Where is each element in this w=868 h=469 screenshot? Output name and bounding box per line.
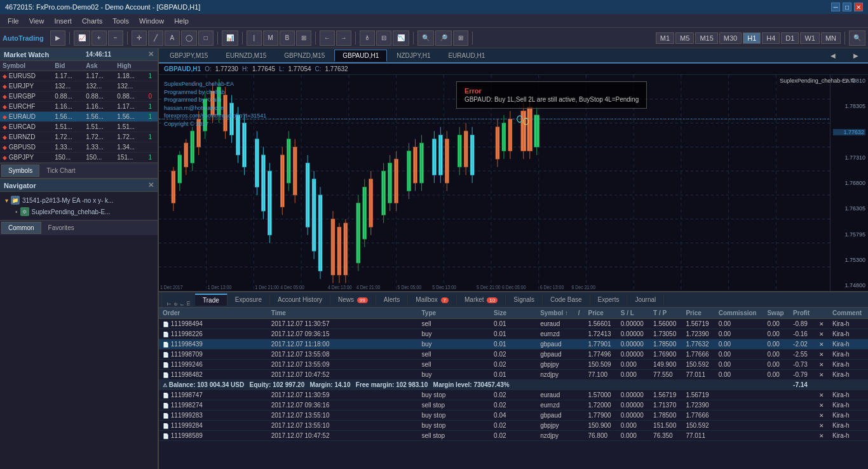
zoom-fit-btn[interactable]: 🔍: [417, 31, 434, 46]
zoom-in-btn[interactable]: +: [92, 31, 107, 46]
menu-help[interactable]: Help: [169, 16, 194, 26]
mw-tab-symbols[interactable]: Symbols: [1, 165, 39, 177]
mw-col-symbol[interactable]: Symbol: [0, 61, 52, 71]
trade-close-btn[interactable]: ✕: [815, 360, 829, 370]
minimize-button[interactable]: ─: [831, 3, 840, 11]
chart-tab-gbpnzd[interactable]: GBPNZD,M15: [276, 50, 333, 61]
nav-tab-common[interactable]: Common: [1, 222, 41, 234]
tf-m5[interactable]: M5: [675, 32, 694, 44]
col-symbol[interactable]: Symbol ↑: [536, 308, 574, 319]
pending-close-btn[interactable]: ✕: [815, 390, 829, 400]
col-size[interactable]: Size: [490, 308, 536, 319]
pending-order-row[interactable]: 📄 111998747 2017.12.07 11:30:59 buy stop…: [159, 390, 868, 400]
chart-tab-eurnzd[interactable]: EURNZD,M15: [217, 50, 275, 61]
mw-col-bid[interactable]: Bid: [52, 61, 83, 71]
market-watch-row[interactable]: ◆ GBPJPY 150... 150... 151... 1: [0, 153, 158, 163]
arrow-right-btn[interactable]: →: [336, 31, 351, 46]
market-watch-row[interactable]: ◆ EURAUD 1.56... 1.56... 1.56... 1: [0, 112, 158, 122]
tf-m15[interactable]: M15: [695, 32, 717, 44]
col-sl[interactable]: S / L: [617, 308, 649, 319]
ma-btn[interactable]: M: [263, 31, 278, 46]
period-sep-btn[interactable]: |: [247, 31, 262, 46]
trade-close-btn[interactable]: ✕: [815, 370, 829, 380]
col-comment-label[interactable]: Comment: [829, 308, 868, 319]
col-profit[interactable]: Profit: [789, 308, 815, 319]
tf-m1[interactable]: M1: [656, 32, 674, 44]
pending-close-btn[interactable]: ✕: [815, 431, 829, 441]
market-watch-row[interactable]: ◆ EURGBP 0.88... 0.88... 0.88... 0: [0, 92, 158, 102]
tf-m30[interactable]: M30: [719, 32, 742, 44]
trade-row[interactable]: 📄 111998439 2017.12.07 11:18:00 buy 0.01…: [159, 339, 868, 350]
mw-col-ask[interactable]: Ask: [83, 61, 114, 71]
trade-close-btn[interactable]: ✕: [815, 329, 829, 339]
chart-scroll-right[interactable]: ▶: [845, 50, 867, 61]
bottom-tab-journal[interactable]: Journal: [627, 294, 664, 305]
grid-btn[interactable]: ⊞: [453, 31, 468, 46]
autotrade-icon[interactable]: ▶: [50, 31, 65, 46]
trade-row[interactable]: 📄 111998482 2017.12.07 10:47:52 buy 0.01…: [159, 370, 868, 380]
mw-col-high[interactable]: High: [114, 61, 146, 71]
menu-file[interactable]: File: [3, 16, 24, 26]
bottom-tab-trade[interactable]: Trade: [195, 294, 227, 306]
col-commission[interactable]: Commission: [715, 308, 764, 319]
bottom-tab-signals[interactable]: Signals: [506, 294, 543, 305]
bottom-tab-mailbox[interactable]: Mailbox 7: [408, 294, 457, 305]
trade-row[interactable]: 📄 111998709 2017.12.07 13:55:08 sell 0.0…: [159, 350, 868, 360]
market-watch-row[interactable]: ◆ EURNZD 1.72... 1.72... 1.72... 1: [0, 132, 158, 142]
chart-tab-nzdjpy[interactable]: NZDJPY,H1: [388, 50, 438, 61]
bottom-tab-market[interactable]: Market 10: [457, 294, 506, 305]
market-watch-row[interactable]: ◆ GBPUSD 1.33... 1.33... 1.34...: [0, 142, 158, 153]
rect-btn[interactable]: □: [198, 31, 214, 46]
col-tp[interactable]: T / P: [649, 308, 682, 319]
chart-canvas[interactable]: SuplexPending_chehab-EA Programmed by ch…: [159, 75, 868, 291]
col-time[interactable]: Time: [268, 308, 418, 319]
menu-insert[interactable]: Insert: [49, 16, 77, 26]
menu-tools[interactable]: Tools: [107, 16, 134, 26]
tf-h4[interactable]: H4: [762, 32, 780, 44]
trade-close-btn[interactable]: ✕: [815, 339, 829, 350]
close-button[interactable]: ✕: [854, 3, 863, 11]
menu-charts[interactable]: Charts: [77, 16, 107, 26]
nav-item-folder[interactable]: ▾ 📁 31541-p2#13-My EA -no x y- k...: [3, 194, 155, 206]
pending-order-row[interactable]: 📄 111999283 2017.12.07 13:55:10 buy stop…: [159, 411, 868, 421]
col-type[interactable]: Type: [417, 308, 490, 319]
template-btn[interactable]: ⊞: [296, 31, 311, 46]
bottom-tab-exposure[interactable]: Exposure: [227, 294, 270, 305]
col-price[interactable]: Price: [584, 308, 616, 319]
bottom-tab-terminal[interactable]: Term: [161, 292, 195, 308]
chart-tab-gbpjpy[interactable]: GBPJPY,M15: [161, 50, 216, 61]
bottom-tab-experts[interactable]: Experts: [590, 294, 628, 305]
pending-order-row[interactable]: 📄 111998274 2017.12.07 09:36:16 sell sto…: [159, 400, 868, 411]
pending-order-row[interactable]: 📄 111999284 2017.12.07 13:55:10 buy stop…: [159, 421, 868, 431]
crosshair-btn[interactable]: ✛: [132, 31, 147, 46]
linechart-btn[interactable]: 📉: [393, 31, 409, 46]
trade-close-btn[interactable]: ✕: [815, 350, 829, 360]
navigator-close-icon[interactable]: ✕: [148, 181, 154, 189]
bottom-tab-news[interactable]: News 99: [330, 294, 376, 305]
chart-scroll-left[interactable]: ◀: [822, 50, 844, 61]
candlestick-btn[interactable]: 🕯: [360, 31, 375, 46]
market-watch-row[interactable]: ◆ EURJPY 132... 132... 132...: [0, 81, 158, 92]
col-price-cur[interactable]: Price: [682, 308, 714, 319]
new-chart-btn[interactable]: 📈: [74, 31, 90, 46]
pending-close-btn[interactable]: ✕: [815, 421, 829, 431]
market-watch-close-icon[interactable]: ✕: [148, 50, 154, 58]
bottom-tab-codebase[interactable]: Code Base: [543, 294, 590, 305]
bar-btn[interactable]: ⊟: [376, 31, 391, 46]
trade-row[interactable]: 📄 111999246 2017.12.07 13:55:09 sell 0.0…: [159, 360, 868, 370]
nav-item-ea[interactable]: • ⚙ SuplexPending_chehab-E...: [13, 206, 155, 217]
menu-window[interactable]: Window: [134, 16, 169, 26]
nav-tab-favorites[interactable]: Favorites: [41, 222, 81, 234]
market-watch-row[interactable]: ◆ EURCHF 1.16... 1.16... 1.17... 1: [0, 102, 158, 112]
maximize-button[interactable]: □: [843, 3, 851, 11]
bottom-tab-account-history[interactable]: Account History: [270, 294, 330, 305]
indicators-btn[interactable]: 📊: [222, 31, 238, 46]
zoom-out2-btn[interactable]: 🔎: [435, 31, 452, 46]
tf-w1[interactable]: W1: [800, 32, 820, 44]
chart-tab-euraud[interactable]: EURAUD,H1: [440, 50, 493, 61]
ellipse-btn[interactable]: ◯: [181, 31, 197, 46]
pending-close-btn[interactable]: ✕: [815, 411, 829, 421]
trade-close-btn[interactable]: ✕: [815, 319, 829, 329]
trade-row[interactable]: 📄 111998226 2017.12.07 09:36:15 buy 0.01…: [159, 329, 868, 339]
pending-close-btn[interactable]: ✕: [815, 400, 829, 411]
